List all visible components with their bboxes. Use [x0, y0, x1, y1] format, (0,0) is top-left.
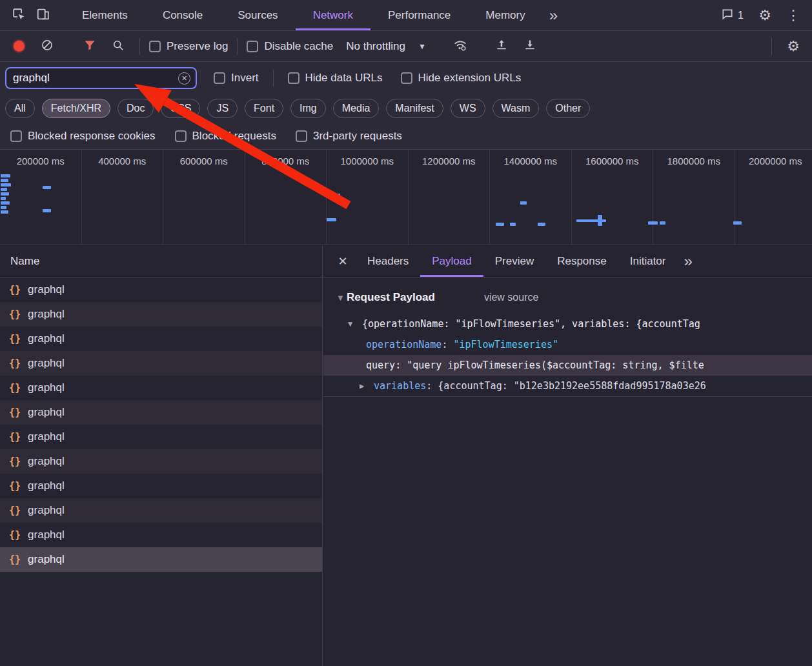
detail-tab-initiator[interactable]: Initiator [618, 245, 678, 277]
export-har-button[interactable] [518, 34, 542, 59]
close-details-button[interactable]: ✕ [330, 245, 356, 277]
detail-tab-response[interactable]: Response [545, 245, 618, 277]
payload-value: "query ipFlowTimeseries($accountTag: str… [407, 359, 704, 371]
network-settings-gear-icon[interactable]: ⚙ [781, 34, 806, 59]
request-row[interactable]: {}graphql [0, 302, 322, 327]
payload-content: ▼ Request Payload view source ▼{operatio… [323, 278, 812, 397]
disclosure-triangle-icon[interactable]: ▼ [348, 319, 362, 328]
checkbox[interactable] [247, 41, 258, 52]
device-toolbar-button[interactable] [31, 3, 56, 28]
detail-tab-headers[interactable]: Headers [356, 245, 420, 277]
tab-performance[interactable]: Performance [370, 0, 468, 30]
checkbox[interactable] [296, 130, 307, 142]
request-row[interactable]: {}graphql [0, 278, 322, 302]
preserve-log-checkbox[interactable]: Preserve log [149, 40, 228, 53]
settings-gear-icon[interactable]: ⚙ [753, 3, 777, 28]
filter-chip-fetch-xhr[interactable]: Fetch/XHR [42, 99, 110, 118]
request-row[interactable]: {}graphql [0, 523, 322, 547]
request-row[interactable]: {}graphql [0, 425, 322, 449]
request-name: graphql [28, 430, 65, 443]
payload-row[interactable]: query: "query ipFlowTimeseries($accountT… [323, 355, 812, 376]
filter-chip-all[interactable]: All [5, 99, 35, 118]
network-activity-bar [1, 206, 6, 209]
tab-memory[interactable]: Memory [468, 0, 542, 30]
filter-chip-img[interactable]: Img [290, 99, 326, 118]
payload-row[interactable]: operationName: "ipFlowTimeseries" [323, 334, 812, 355]
checkbox[interactable] [175, 130, 187, 142]
filter-chip-css[interactable]: CSS [161, 99, 200, 118]
filter-chip-ws[interactable]: WS [451, 99, 485, 118]
network-activity-bar [538, 223, 545, 226]
checkbox-label: Blocked response cookies [28, 130, 156, 143]
inspect-element-button[interactable] [6, 3, 31, 28]
disable-cache-checkbox[interactable]: Disable cache [247, 40, 333, 53]
filter-chip-manifest[interactable]: Manifest [386, 99, 443, 118]
filter-chip-js[interactable]: JS [207, 99, 238, 118]
network-activity-bar [1, 197, 6, 200]
request-name: graphql [28, 332, 65, 345]
payload-row[interactable]: ▼{operationName: "ipFlowTimeseries", var… [323, 314, 812, 334]
console-messages-button[interactable]: 1 [716, 8, 749, 23]
json-braces-icon: {} [9, 407, 21, 418]
json-braces-icon: {} [9, 431, 21, 443]
tab-console[interactable]: Console [145, 0, 220, 30]
checkbox[interactable] [10, 130, 22, 142]
message-bubble-icon [721, 8, 734, 23]
kebab-menu-icon[interactable]: ⋮ [781, 3, 806, 28]
filter-chip-wasm[interactable]: Wasm [492, 99, 540, 118]
more-detail-tabs-button[interactable]: » [677, 252, 698, 270]
checkbox[interactable] [288, 72, 299, 84]
network-filter-bar: ✕ Invert Hide data URLs Hide extension U… [0, 62, 812, 94]
detail-tab-preview[interactable]: Preview [483, 245, 545, 277]
request-row[interactable]: {}graphql [0, 327, 322, 351]
devtools-window: ElementsConsoleSourcesNetworkPerformance… [0, 0, 812, 666]
throttling-dropdown[interactable]: No throttling ▼ [340, 40, 432, 53]
import-har-button[interactable] [489, 34, 514, 59]
checkbox[interactable] [214, 72, 225, 84]
name-column-header[interactable]: Name [0, 245, 322, 278]
filter-chip-font[interactable]: Font [245, 99, 283, 118]
detail-tab-payload[interactable]: Payload [420, 245, 483, 277]
filter-input[interactable] [13, 72, 178, 85]
network-conditions-button[interactable] [448, 34, 472, 59]
network-activity-bar [1, 179, 8, 182]
hide-data-urls-checkbox[interactable]: Hide data URLs [288, 72, 383, 85]
network-activity-bar [1, 174, 10, 177]
filter-chip-other[interactable]: Other [546, 99, 590, 118]
request-row[interactable]: {}graphql [0, 498, 322, 523]
payload-value: {accountTag: "b12e3b2192ee5588fdad995178… [438, 380, 705, 392]
checkbox[interactable] [401, 72, 412, 84]
clear-icon [41, 39, 54, 54]
record-button[interactable] [6, 34, 31, 59]
checkbox[interactable] [149, 41, 161, 52]
filter-chip-media[interactable]: Media [333, 99, 380, 118]
network-activity-bar [1, 192, 9, 196]
json-braces-icon: {} [9, 480, 21, 492]
tab-network[interactable]: Network [296, 0, 370, 30]
payload-row[interactable]: ▶variables: {accountTag: "b12e3b2192ee55… [323, 376, 812, 396]
filter-chip-doc[interactable]: Doc [117, 99, 154, 118]
invert-checkbox[interactable]: Invert [214, 72, 259, 85]
extra-filter-blocked-response-cookies[interactable]: Blocked response cookies [10, 130, 156, 143]
clear-filter-icon[interactable]: ✕ [178, 72, 190, 85]
hide-extension-urls-checkbox[interactable]: Hide extension URLs [401, 72, 522, 85]
extra-filter-3rd-party-requests[interactable]: 3rd-party requests [296, 130, 402, 143]
payload-summary: {operationName: "ipFlowTimeseries", vari… [362, 318, 700, 330]
search-button[interactable] [106, 34, 130, 59]
section-collapse-icon[interactable]: ▼ [336, 293, 345, 303]
request-row[interactable]: {}graphql [0, 474, 322, 498]
tab-sources[interactable]: Sources [220, 0, 295, 30]
view-source-link[interactable]: view source [484, 292, 538, 303]
more-panels-button[interactable]: » [543, 6, 564, 25]
request-row[interactable]: {}graphql [0, 449, 322, 474]
request-row[interactable]: {}graphql [0, 547, 322, 572]
extra-filter-blocked-requests[interactable]: Blocked requests [175, 130, 276, 143]
timeline-overview[interactable]: 200000 ms400000 ms600000 ms800000 ms1000… [0, 150, 812, 245]
request-row[interactable]: {}graphql [0, 376, 322, 400]
request-row[interactable]: {}graphql [0, 351, 322, 376]
request-row[interactable]: {}graphql [0, 400, 322, 425]
disclosure-triangle-icon[interactable]: ▶ [360, 381, 374, 390]
tab-elements[interactable]: Elements [65, 0, 145, 30]
filter-toggle-button[interactable] [77, 34, 102, 59]
clear-button[interactable] [35, 34, 59, 59]
